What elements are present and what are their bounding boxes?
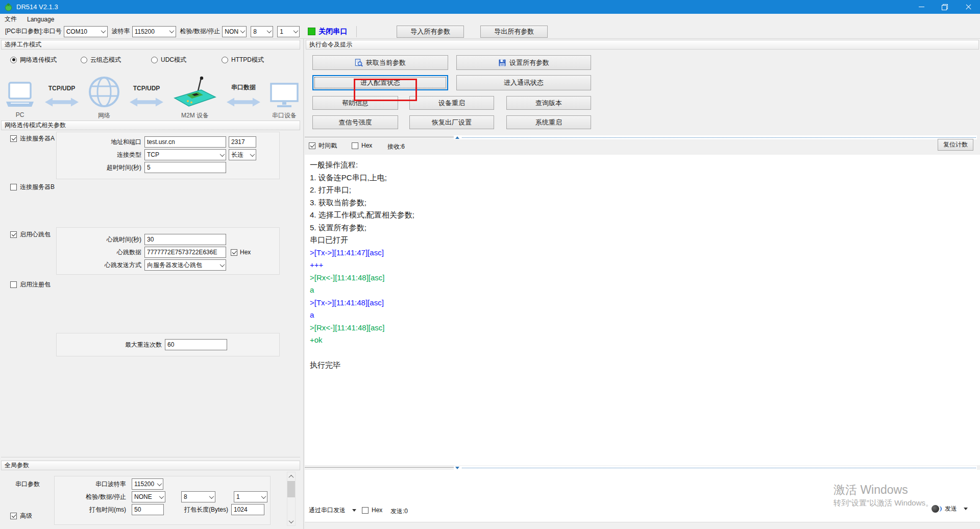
timeout-label: 超时时间(秒)	[57, 163, 141, 172]
g-baud-label: 串口波特率	[55, 480, 126, 489]
query-version-button[interactable]: 查询版本	[506, 96, 591, 110]
reconnect-input[interactable]: 60	[165, 339, 227, 350]
baud-select[interactable]: 115200	[132, 26, 176, 37]
collapse-up-icon[interactable]	[455, 136, 459, 139]
collapse-down-icon[interactable]	[455, 467, 459, 469]
export-params-button[interactable]: 导出所有参数	[480, 26, 548, 38]
pack-len-input[interactable]: 1024	[231, 504, 264, 515]
link-label: TCP/UDP	[48, 85, 76, 92]
hb-data-input[interactable]: 7777772E7573722E636E	[144, 247, 226, 258]
dropdown-arrow-icon	[964, 508, 968, 510]
work-mode-header: 选择工作模式	[1, 40, 300, 50]
port-select[interactable]: COM10	[64, 26, 108, 37]
double-arrow-icon	[130, 97, 163, 107]
dropdown-arrow-icon	[352, 509, 356, 512]
chevron-down-icon	[249, 153, 256, 157]
log-line: 3. 获取当前参数;	[310, 197, 975, 209]
hb-mode-select[interactable]: 向服务器发送心跳包	[144, 259, 226, 271]
timestamp-checkbox[interactable]: 时间戳	[309, 141, 337, 150]
close-port-button[interactable]: 关闭串口	[318, 27, 347, 36]
send-hex-checkbox[interactable]: Hex	[362, 506, 382, 514]
device-reboot-button[interactable]: 设备重启	[409, 96, 494, 110]
send-via-label: 通过串口发送	[309, 506, 346, 515]
g-stopbits-select[interactable]: 1	[234, 491, 267, 502]
enter-comm-button[interactable]: 进入通讯状态	[456, 75, 591, 90]
server-a-checkbox[interactable]: 连接服务器A	[10, 134, 55, 142]
conn-type-select[interactable]: TCP	[144, 149, 226, 160]
checkbox-icon	[10, 135, 17, 142]
hb-mode-label: 心跳发送方式	[57, 261, 141, 270]
parity-select[interactable]: NONE	[222, 26, 247, 37]
radio-icon	[10, 57, 17, 63]
factory-reset-button[interactable]: 恢复出厂设置	[409, 115, 494, 129]
keepalive-select[interactable]: 长连	[229, 149, 256, 160]
pack-time-input[interactable]: 50	[132, 504, 164, 515]
log-line: >[Rx<-][11:41:48][asc]	[310, 322, 975, 334]
radio-httpd[interactable]: HTTPD模式	[222, 56, 264, 64]
get-params-button[interactable]: 获取当前参数	[312, 55, 448, 70]
help-button[interactable]: 帮助信息	[312, 96, 398, 110]
system-reboot-button[interactable]: 系统重启	[506, 115, 591, 129]
server-b-checkbox[interactable]: 连接服务器B	[10, 183, 55, 191]
log-line: 1. 设备连PC串口,上电;	[310, 172, 975, 184]
register-checkbox[interactable]: 启用注册包	[10, 280, 51, 288]
scroll-down-icon[interactable]	[287, 517, 295, 525]
g-baud-select[interactable]: 115200	[132, 478, 163, 490]
import-params-button[interactable]: 导入所有参数	[397, 26, 464, 38]
left-scrollbar[interactable]	[287, 472, 296, 526]
server-address-input[interactable]: test.usr.cn	[144, 136, 226, 148]
scroll-thumb[interactable]	[287, 481, 295, 497]
double-arrow-icon	[227, 97, 260, 107]
checkbox-icon	[352, 142, 358, 149]
menu-language[interactable]: Language	[27, 16, 54, 23]
timeout-input[interactable]: 5	[144, 162, 226, 173]
menu-file[interactable]: 文件	[5, 15, 17, 23]
advanced-checkbox[interactable]: 高级	[10, 512, 32, 520]
window-title: DR514 V2.1.3	[16, 3, 58, 11]
g-parity-select[interactable]: NONE	[132, 491, 165, 502]
radio-cloud[interactable]: 云组态模式	[81, 56, 121, 64]
enter-config-button[interactable]: 进入配置状态	[312, 75, 448, 90]
log-line: a	[310, 309, 975, 322]
checkbox-label: Hex	[361, 142, 372, 149]
send-button[interactable]: 发送	[932, 502, 968, 515]
checkbox-icon	[309, 142, 315, 149]
minimize-button[interactable]	[910, 0, 933, 14]
set-params-button[interactable]: 设置所有参数	[456, 55, 591, 70]
chevron-down-icon	[292, 30, 299, 33]
send-via-dropdown[interactable]: 通过串口发送	[309, 504, 356, 516]
m2m-node: M2M 设备	[173, 76, 217, 119]
bottom-strip	[305, 522, 980, 529]
recv-count: 接收:6	[387, 142, 405, 151]
close-button[interactable]	[957, 0, 980, 14]
log-line: +ok	[310, 334, 975, 347]
radio-net-passthrough[interactable]: 网络透传模式	[10, 56, 57, 64]
sent-count: 发送:0	[390, 507, 408, 516]
globe-icon	[88, 76, 120, 108]
query-signal-button[interactable]: 查信号强度	[312, 115, 398, 129]
menu-bar: 文件 Language	[0, 14, 980, 25]
chevron-down-icon	[168, 30, 176, 33]
hb-hex-checkbox[interactable]	[231, 249, 237, 256]
serial-toolbar: [PC串口参数]:串口号 COM10 波特率 115200 检验/数据/停止 N…	[0, 25, 980, 39]
reset-count-button[interactable]: 复位计数	[938, 139, 973, 151]
restore-button[interactable]	[933, 0, 957, 14]
server-port-input[interactable]: 2317	[229, 136, 256, 148]
radio-udc[interactable]: UDC模式	[151, 56, 186, 64]
checkbox-label: 启用注册包	[20, 280, 51, 289]
port-open-led-icon	[308, 28, 315, 35]
scroll-up-icon[interactable]	[287, 472, 295, 480]
addr-label: 地址和端口	[57, 138, 141, 147]
log-line: 4. 选择工作模式,配置相关参数;	[310, 209, 975, 222]
log-line: 2. 打开串口;	[310, 184, 975, 197]
log-splitter-bottom[interactable]	[305, 466, 980, 470]
stopbits-select[interactable]: 1	[277, 26, 300, 37]
log-splitter-top[interactable]	[305, 135, 980, 139]
g-databits-select[interactable]: 8	[181, 491, 215, 502]
hb-time-input[interactable]: 30	[144, 234, 226, 245]
log-hex-checkbox[interactable]: Hex	[352, 141, 372, 150]
heartbeat-checkbox[interactable]: 启用心跳包	[10, 230, 51, 238]
log-output[interactable]: 一般操作流程: 1. 设备连PC串口,上电; 2. 打开串口; 3. 获取当前参…	[305, 155, 980, 465]
mode-diagram: PC TCP/UDP 网络 TCP/UDP	[4, 66, 299, 119]
databits-select[interactable]: 8	[251, 26, 273, 37]
